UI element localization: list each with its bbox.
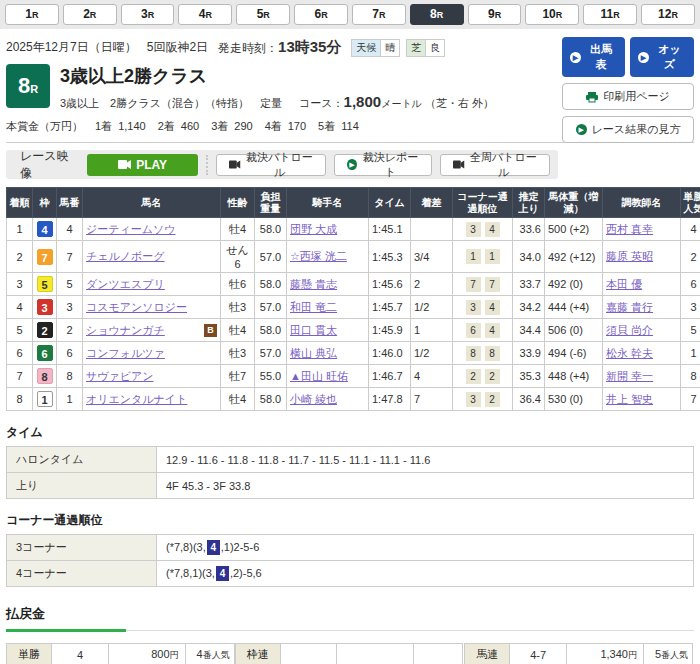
finish-position: 8 [7, 388, 33, 411]
time-row-label: 上り [7, 473, 157, 499]
race-tab-10r[interactable]: 10R [525, 4, 579, 25]
payout-type-label: 枠連 [235, 644, 280, 664]
table-row: 433コスモアンソロジー牡357.0和田 竜二1:45.71/23434.244… [7, 296, 700, 319]
odds-button[interactable]: ▶オッズ [630, 37, 694, 77]
tab-suffix: R [613, 10, 620, 20]
all-round-patrol-button[interactable]: 全周パトロール [440, 154, 550, 176]
arrow-circle-icon: ▶ [576, 124, 587, 135]
tab-number: 1 [25, 7, 32, 21]
tab-number: 8 [430, 7, 437, 21]
corner-position-box: 7 [466, 277, 481, 292]
horse-name-link[interactable]: サヴァビアン [86, 370, 154, 382]
horse-name-link[interactable]: チェルノボーグ [86, 250, 165, 262]
start-time-value: 13時35分 [278, 38, 341, 55]
race-tab-8r[interactable]: 8R [410, 4, 464, 25]
horse-number: 8 [57, 365, 83, 388]
play-button[interactable]: PLAY [87, 154, 199, 176]
entry-table-button[interactable]: ▶出馬表 [562, 37, 625, 77]
race-tab-1r[interactable]: 1R [5, 4, 59, 25]
race-tab-7r[interactable]: 7R [352, 4, 406, 25]
trainer-cell: 井上 智史 [603, 388, 681, 411]
last-3f-time: 34.2 [513, 296, 545, 319]
horse-weight: 448 (+4) [545, 365, 603, 388]
jockey-name-link[interactable]: ▲田山 旺佑 [290, 370, 348, 382]
corner-position-box: 7 [485, 277, 500, 292]
tab-suffix: R [32, 10, 39, 20]
trainer-name-link[interactable]: 嘉藤 貴行 [606, 301, 653, 313]
stewards-patrol-button[interactable]: 裁決パトロール [216, 154, 326, 176]
sex-age: 牡3 [221, 342, 255, 365]
win-popularity: 8 [681, 365, 700, 388]
trainer-name-link[interactable]: 藤原 英昭 [606, 250, 653, 262]
payout-row: 単勝4800円4番人気 [7, 644, 235, 664]
video-camera-icon [229, 160, 240, 169]
race-tab-3r[interactable]: 3R [121, 4, 175, 25]
race-tab-5r[interactable]: 5R [236, 4, 290, 25]
corner-position-box: 1 [466, 249, 481, 264]
jockey-name-link[interactable]: 藤懸 貴志 [290, 278, 337, 290]
last-3f-time: 34.0 [513, 241, 545, 273]
stewards-report-button[interactable]: ▶裁決レポート [334, 154, 432, 176]
margin: 7 [411, 388, 453, 411]
race-tab-11r[interactable]: 11R [583, 4, 637, 25]
course-unit: メートル [381, 98, 422, 109]
trainer-name-link[interactable]: 井上 智史 [606, 393, 653, 405]
horse-name-cell: ジーティームソウ [83, 218, 221, 241]
prize-amount: 460 [181, 120, 199, 132]
frame-cell: 8 [33, 365, 57, 388]
printer-icon [586, 91, 598, 103]
corner-row-label: 3コーナー [7, 535, 157, 561]
jockey-name-link[interactable]: 小崎 綾也 [290, 393, 337, 405]
prize-rank: 1着 [95, 120, 112, 132]
race-tab-6r[interactable]: 6R [294, 4, 348, 25]
trainer-name-link[interactable]: 須貝 尚介 [606, 324, 653, 336]
course-distance: 1,800 [344, 93, 382, 110]
horse-name-link[interactable]: ダンツエスプリ [86, 278, 165, 290]
jockey-cell: 団野 大成 [287, 218, 369, 241]
sex-age: 牡7 [221, 365, 255, 388]
finish-position: 3 [7, 273, 33, 296]
horse-name-link[interactable]: ジーティームソウ [86, 223, 176, 235]
results-column-header: 調教師名 [603, 188, 681, 218]
winner-highlight-mark: 4 [216, 566, 229, 581]
margin: 1/2 [411, 296, 453, 319]
corner-position-box: 4 [485, 222, 500, 237]
jockey-cell: ☆西塚 洸二 [287, 241, 369, 273]
trainer-cell: 松永 幹夫 [603, 342, 681, 365]
last-3f-time: 33.9 [513, 342, 545, 365]
finish-position: 4 [7, 296, 33, 319]
trainer-name-link[interactable]: 松永 幹夫 [606, 347, 653, 359]
jockey-name-link[interactable]: ☆西塚 洸二 [290, 250, 347, 262]
corner-position-box: 8 [485, 346, 500, 361]
horse-name-cell: チェルノボーグ [83, 241, 221, 273]
carried-weight: 57.0 [255, 296, 287, 319]
horse-name-link[interactable]: ショウナンガチ [86, 324, 165, 336]
jockey-name-link[interactable]: 田口 貫太 [290, 324, 337, 336]
time-row: 上り4F 45.3 - 3F 33.8 [7, 473, 694, 499]
frame-number-badge: 7 [37, 249, 53, 265]
trainer-name-link[interactable]: 新開 幸一 [606, 370, 653, 382]
tab-suffix: R [90, 10, 97, 20]
jockey-name-link[interactable]: 和田 竜二 [290, 301, 337, 313]
race-tab-2r[interactable]: 2R [63, 4, 117, 25]
jockey-name-link[interactable]: 団野 大成 [290, 223, 337, 235]
prize-amount: 1,140 [118, 120, 146, 132]
race-tab-9r[interactable]: 9R [468, 4, 522, 25]
race-tab-4r[interactable]: 4R [178, 4, 232, 25]
jockey-name-link[interactable]: 横山 典弘 [290, 347, 337, 359]
horse-name-link[interactable]: コンフォルツァ [86, 347, 165, 359]
frame-cell: 5 [33, 273, 57, 296]
course-detail: （芝・右 外） [425, 97, 494, 109]
carried-weight: 58.0 [255, 319, 287, 342]
horse-name-link[interactable]: コスモアンソロジー [86, 301, 187, 313]
popularity-unit: 番人気 [661, 650, 688, 660]
tab-suffix: R [495, 10, 502, 20]
horse-name-link[interactable]: オリエンタルナイト [86, 393, 187, 405]
arrow-circle-icon: ▶ [638, 52, 649, 63]
trainer-name-link[interactable]: 西村 真幸 [606, 223, 653, 235]
results-column-header: 負担重量 [255, 188, 287, 218]
how-to-read-button[interactable]: ▶レース結果の見方 [562, 116, 694, 143]
race-tab-12r[interactable]: 12R [641, 4, 695, 25]
trainer-name-link[interactable]: 本田 優 [606, 278, 642, 290]
print-page-button[interactable]: 印刷用ページ [562, 83, 694, 110]
